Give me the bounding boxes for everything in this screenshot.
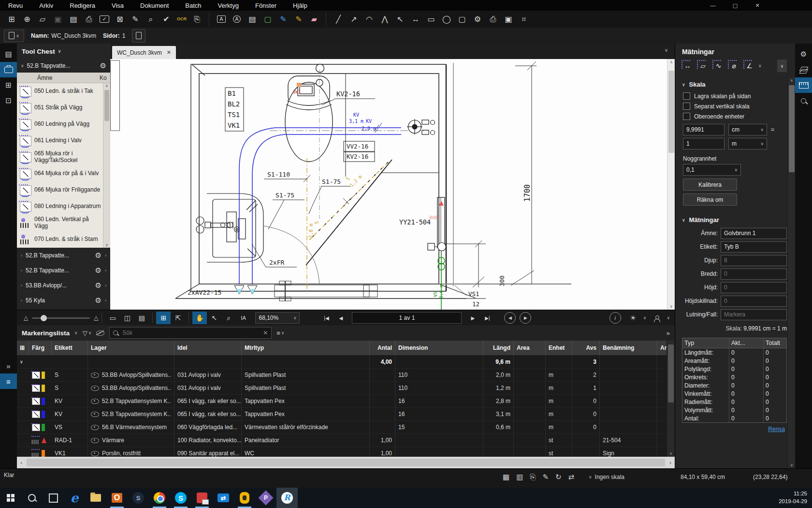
measurement-field-input[interactable]: Golvbrunn 1 — [721, 228, 787, 239]
chevron-right-icon[interactable]: › — [105, 298, 106, 303]
markup-table-row[interactable]: S 53.BB Avlopp/Spillvattens... 031 Avlop… — [17, 369, 667, 382]
zoom-slider[interactable]: △ △ — [24, 314, 98, 321]
brightness-icon[interactable]: ☀ — [626, 312, 640, 324]
list-options-icon[interactable]: ≡∨ — [276, 329, 284, 337]
next-view-icon[interactable]: ▶ — [520, 312, 531, 324]
tool-chest-item[interactable]: 080 Ledning i Apparatrum — [17, 198, 103, 215]
checkbox[interactable] — [683, 103, 690, 110]
measurements-section-header[interactable]: ∨ Mätningar — [675, 206, 796, 226]
page-indicator[interactable]: 1 av 1 — [352, 312, 462, 324]
markup-table-row[interactable]: RAD-1 Värmare 100 Radiator, konvekto... … — [17, 434, 667, 447]
document-tab[interactable]: WC_Dusch 3kvm ✕ — [112, 46, 176, 59]
select-tool-icon[interactable]: ↖ — [207, 312, 221, 324]
polyline-tool-icon[interactable]: ⋀ — [377, 13, 392, 26]
search-input[interactable] — [121, 329, 260, 337]
hide-markups-icon[interactable] — [96, 330, 104, 336]
scroll-down-icon[interactable]: ∨ — [667, 451, 675, 456]
arrow-tool-icon[interactable]: ↗ — [346, 13, 362, 26]
tool-chest-title[interactable]: Tool Chest ∨ — [17, 44, 110, 59]
markup-table-row[interactable]: KV 52.B Tappvattensystem K... 065 I vägg… — [17, 395, 667, 408]
scroll-up-icon[interactable]: ∧ — [788, 78, 796, 83]
measurement-field-input[interactable]: 8 — [721, 255, 787, 266]
binder-icon[interactable]: ▤ — [66, 13, 81, 26]
layers-panel-icon[interactable] — [795, 62, 812, 77]
rectangle-tool-icon[interactable]: ▭ — [423, 13, 439, 26]
crop-tool-icon[interactable]: ⌗ — [516, 13, 532, 26]
last-page-icon[interactable]: ▶| — [480, 312, 494, 324]
minimize-button[interactable]: — — [702, 0, 724, 11]
chevron-down-icon[interactable]: ∨ — [74, 330, 78, 335]
chevron-down-icon[interactable]: ∨ — [643, 315, 647, 320]
diameter-measure-icon[interactable]: ⌀ — [727, 60, 740, 72]
chevron-right-icon[interactable]: › — [105, 283, 106, 288]
zoom-level-select[interactable]: 68,10% ∨ — [255, 312, 300, 324]
first-page-icon[interactable]: |◀ — [319, 312, 334, 324]
tool-chest-item[interactable]: 060 Ledning på Vägg — [17, 116, 103, 133]
task-view-button[interactable] — [43, 488, 64, 508]
menu-item[interactable]: Revu — [0, 0, 31, 11]
tool-chest-item[interactable]: 050 Ledn. & stråk i Tak — [17, 83, 103, 100]
new-document-icon[interactable]: ⊞ — [4, 13, 19, 26]
maximize-button[interactable]: ▢ — [724, 0, 746, 11]
close-button[interactable]: ✕ — [746, 0, 768, 11]
page-label-icon[interactable]: ⎘ — [189, 13, 205, 26]
tool-chest-item[interactable]: 060 Ledn. Vertikal på Vägg — [17, 215, 103, 231]
scale-to-unit-select[interactable]: m∨ — [728, 138, 767, 149]
drawing-canvas[interactable]: B1 BL2 TS1 VK1 KV2-16 KV 3,1 m KV 2,8 m … — [110, 59, 675, 310]
start-button[interactable] — [0, 488, 21, 508]
thumbnails-panel-icon[interactable]: ⊞ — [0, 77, 17, 93]
print-icon[interactable]: ⎙ — [81, 13, 97, 26]
select-text-tool-icon[interactable]: ⅠA — [236, 312, 250, 324]
chevron-down-icon[interactable]: ∨ — [667, 315, 670, 320]
ocr-icon[interactable]: OCR — [174, 13, 189, 26]
tool-chest-item[interactable]: 065 Mjuka rör i Vägg/Tak/Sockel — [17, 149, 103, 165]
snap-markup-icon[interactable]: ✎ — [542, 473, 549, 481]
scale-from-unit-select[interactable]: cm∨ — [728, 124, 767, 135]
more-tools-chevron-icon[interactable]: ∨ — [777, 60, 787, 72]
tool-chest-item[interactable]: 066 Mjuka rör Friliggande — [17, 182, 103, 198]
markup-horizontal-scrollbar[interactable]: ‹ › — [17, 457, 675, 468]
menu-item[interactable]: Visa — [103, 0, 132, 11]
filter-funnel-icon[interactable]: ▽∨ — [83, 329, 92, 337]
visibility-eye-icon[interactable] — [91, 412, 99, 417]
note-tool-icon[interactable]: ▤ — [245, 13, 260, 26]
drawing-vertical-scrollbar[interactable]: ∧ ∨ — [667, 59, 675, 310]
gear-icon[interactable]: ⚙ — [95, 251, 102, 260]
previous-view-icon[interactable]: ◀ — [504, 312, 516, 324]
tool-chest-group-header[interactable]: ∨ 52.B Tappvatte... ⚙ — [17, 59, 110, 73]
menu-item[interactable]: Arkiv — [31, 0, 61, 11]
zoom-out-icon[interactable]: △ — [24, 314, 28, 321]
polygon-tool-icon[interactable]: ▢ — [454, 13, 470, 26]
snap-page-icon[interactable]: ⎘ — [530, 473, 536, 481]
measurements-panel-icon[interactable] — [795, 77, 812, 93]
ellipse-tool-icon[interactable]: ◯ — [439, 13, 454, 26]
zoom-in-icon[interactable]: △ — [94, 314, 98, 321]
angle-measure-icon[interactable]: ∠ — [743, 60, 756, 72]
markup-search-box[interactable]: ✕ — [109, 327, 272, 339]
document-switcher-dropdown[interactable]: ∨ — [4, 30, 24, 42]
snapshot-tool-icon[interactable]: ▢ — [260, 13, 276, 26]
previous-page-icon[interactable]: ◀ — [334, 312, 348, 324]
menu-item[interactable]: Redigera — [61, 0, 103, 11]
visibility-eye-icon[interactable] — [91, 399, 99, 404]
scroll-up-icon[interactable]: ∧ — [667, 60, 675, 64]
sync-views-icon[interactable]: ⇄ — [568, 473, 575, 481]
tool-chest-scrollbar[interactable]: ∧ ∨ — [103, 83, 110, 248]
chevron-right-icon[interactable]: › — [105, 253, 106, 258]
storage-app-icon[interactable] — [234, 488, 255, 508]
markup-table-row[interactable]: KV 52.B Tappvattensystem K... 065 I vägg… — [17, 408, 667, 421]
zoom-slider-track[interactable] — [32, 317, 90, 319]
menu-item[interactable]: Dokument — [132, 0, 177, 11]
taskbar-clock[interactable]: 11:25 2019-04-29 — [779, 490, 807, 505]
image-tool-icon[interactable]: ▣ — [501, 13, 516, 26]
tool-chest-collapsed-group[interactable]: › 55 Kyla ⚙ › — [17, 293, 110, 308]
markup-table-row[interactable]: VS 56.B Värmevattensystem 060 Väggförlag… — [17, 421, 667, 434]
zoom-tool-icon[interactable]: ⌕ — [221, 312, 236, 324]
scrollbar-thumb[interactable] — [104, 90, 109, 121]
scrollbar-thumb[interactable] — [789, 85, 795, 172]
recalculate-button[interactable]: Räkna om — [683, 194, 737, 206]
expand-panel-icon[interactable]: » — [667, 329, 670, 337]
fit-width-icon[interactable]: ⇱ — [171, 312, 185, 324]
area-measure-icon[interactable]: ▱ — [696, 60, 710, 72]
tool-chest-item[interactable]: 070 Ledn. & stråk i Stam — [17, 231, 103, 248]
